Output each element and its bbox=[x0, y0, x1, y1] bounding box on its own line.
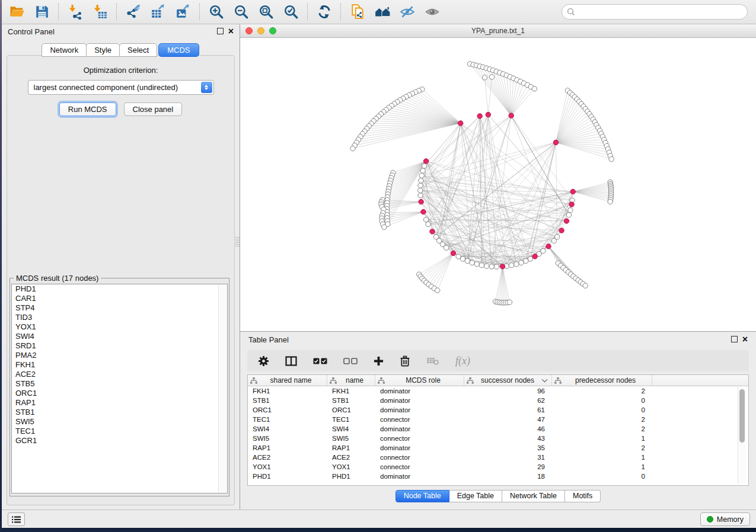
result-item[interactable]: TID3 bbox=[12, 313, 227, 322]
tab-motifs[interactable]: Motifs bbox=[565, 490, 601, 502]
table-row-orc1[interactable]: ORC1ORC1dominator610 bbox=[248, 405, 748, 415]
zoom-in-button[interactable] bbox=[205, 2, 228, 21]
tab-select[interactable]: Select bbox=[119, 43, 157, 57]
network-node[interactable] bbox=[422, 164, 426, 168]
select-all-button[interactable] bbox=[313, 358, 327, 364]
split-view-button[interactable] bbox=[285, 356, 297, 366]
column-header-successor-nodes[interactable]: successor nodes bbox=[464, 375, 552, 386]
hide-selected-button[interactable] bbox=[395, 2, 419, 21]
network-leaf-node[interactable] bbox=[489, 75, 494, 79]
zoom-fit-button[interactable] bbox=[254, 2, 278, 21]
network-node[interactable] bbox=[465, 258, 470, 263]
network-dominator-node[interactable] bbox=[509, 113, 513, 118]
search-input[interactable] bbox=[578, 7, 742, 17]
export-network-button[interactable] bbox=[122, 2, 145, 21]
network-dominator-node[interactable] bbox=[419, 199, 423, 204]
export-table-button[interactable] bbox=[146, 2, 170, 21]
result-item[interactable]: SRD1 bbox=[12, 341, 227, 351]
tab-edge-table[interactable]: Edge Table bbox=[449, 490, 502, 502]
network-node[interactable] bbox=[551, 238, 556, 243]
network-node[interactable] bbox=[433, 235, 438, 239]
network-dominator-node[interactable] bbox=[486, 112, 490, 117]
network-leaf-node[interactable] bbox=[532, 86, 537, 91]
table-scrollbar[interactable] bbox=[738, 387, 746, 484]
table-row-yox1[interactable]: YOX1YOX1connector291 bbox=[248, 462, 748, 472]
network-node[interactable] bbox=[528, 257, 532, 261]
table-row-fkh1[interactable]: FKH1FKH1dominator962 bbox=[248, 386, 748, 396]
import-table-button[interactable] bbox=[88, 2, 112, 21]
tab-node-table[interactable]: Node Table bbox=[395, 490, 449, 502]
network-leaf-node[interactable] bbox=[583, 283, 588, 288]
result-item[interactable]: STB5 bbox=[12, 379, 227, 389]
network-node[interactable] bbox=[418, 188, 423, 193]
run-mcds-button[interactable]: Run MCDS bbox=[59, 102, 116, 116]
network-node[interactable] bbox=[494, 264, 499, 269]
result-item[interactable]: ACE2 bbox=[12, 370, 227, 379]
network-node[interactable] bbox=[419, 178, 423, 183]
home-view-button[interactable] bbox=[371, 2, 394, 21]
network-node[interactable] bbox=[489, 264, 494, 269]
save-session-button[interactable] bbox=[30, 2, 54, 21]
network-node[interactable] bbox=[484, 264, 489, 268]
table-row-swi5[interactable]: SWI5SWI5connector431 bbox=[248, 434, 748, 443]
float-table-panel-icon[interactable] bbox=[731, 336, 738, 342]
table-row-stb1[interactable]: STB1STB1dominator620 bbox=[248, 396, 748, 405]
result-item[interactable]: SWI5 bbox=[12, 417, 227, 427]
table-row-tec1[interactable]: TEC1TEC1connector472 bbox=[248, 415, 748, 424]
memory-button[interactable]: Memory bbox=[700, 512, 750, 526]
result-item[interactable]: CAR1 bbox=[12, 294, 227, 303]
network-dominator-node[interactable] bbox=[532, 254, 537, 259]
delete-columns-button[interactable] bbox=[400, 355, 410, 367]
network-leaf-node[interactable] bbox=[382, 225, 387, 229]
result-list-scrollbar[interactable] bbox=[218, 285, 227, 492]
result-item[interactable]: RAP1 bbox=[12, 398, 227, 408]
result-item[interactable]: YOX1 bbox=[12, 322, 227, 332]
column-header-shared-name[interactable]: shared name bbox=[248, 375, 327, 386]
network-dominator-node[interactable] bbox=[477, 114, 482, 118]
column-header-mcds-role[interactable]: MCDS role bbox=[375, 375, 464, 386]
network-dominator-node[interactable] bbox=[421, 209, 426, 214]
table-row-swi4[interactable]: SWI4SWI4dominator462 bbox=[248, 424, 748, 434]
network-node[interactable] bbox=[423, 217, 428, 222]
float-panel-icon[interactable] bbox=[217, 28, 224, 34]
network-dominator-node[interactable] bbox=[451, 251, 455, 255]
network-node[interactable] bbox=[418, 193, 423, 198]
network-node[interactable] bbox=[474, 262, 479, 267]
network-node[interactable] bbox=[418, 183, 423, 188]
close-window-icon[interactable] bbox=[245, 27, 253, 34]
close-panel-icon[interactable]: × bbox=[228, 28, 234, 34]
zoom-selected-button[interactable] bbox=[279, 2, 303, 21]
network-node[interactable] bbox=[426, 222, 430, 226]
import-network-button[interactable] bbox=[63, 2, 87, 21]
minimize-window-icon[interactable] bbox=[257, 27, 264, 34]
result-item[interactable]: STB1 bbox=[12, 408, 227, 417]
network-leaf-node[interactable] bbox=[507, 300, 512, 305]
vertical-splitter[interactable] bbox=[235, 237, 240, 248]
table-settings-button[interactable] bbox=[258, 355, 269, 367]
apply-function-button[interactable]: f(x) bbox=[455, 355, 470, 367]
close-table-panel-icon[interactable]: × bbox=[742, 336, 748, 342]
network-node[interactable] bbox=[470, 260, 474, 265]
delete-table-button[interactable] bbox=[426, 357, 439, 366]
network-dominator-node[interactable] bbox=[564, 219, 569, 223]
result-item[interactable]: ORC1 bbox=[12, 389, 227, 398]
network-dominator-node[interactable] bbox=[546, 244, 551, 249]
table-row-phd1[interactable]: PHD1PHD1dominator180 bbox=[248, 472, 748, 481]
result-item[interactable]: PMA2 bbox=[12, 351, 227, 360]
network-dominator-node[interactable] bbox=[559, 228, 564, 233]
result-item[interactable]: TEC1 bbox=[12, 427, 227, 436]
maximize-window-icon[interactable] bbox=[269, 27, 276, 34]
network-dominator-node[interactable] bbox=[458, 121, 463, 126]
network-node[interactable] bbox=[420, 168, 425, 173]
result-item[interactable]: SWI4 bbox=[12, 332, 227, 341]
network-dominator-node[interactable] bbox=[500, 264, 505, 269]
clone-network-button[interactable] bbox=[346, 2, 369, 21]
network-dominator-node[interactable] bbox=[423, 159, 428, 164]
network-node[interactable] bbox=[566, 213, 571, 217]
criterion-dropdown[interactable]: largest connected component (undirected) bbox=[28, 80, 214, 95]
network-leaf-node[interactable] bbox=[482, 75, 487, 80]
network-node[interactable] bbox=[479, 263, 484, 268]
table-row-ace2[interactable]: ACE2ACE2connector311 bbox=[248, 453, 748, 462]
network-dominator-node[interactable] bbox=[570, 189, 575, 194]
network-leaf-node[interactable] bbox=[435, 288, 440, 293]
